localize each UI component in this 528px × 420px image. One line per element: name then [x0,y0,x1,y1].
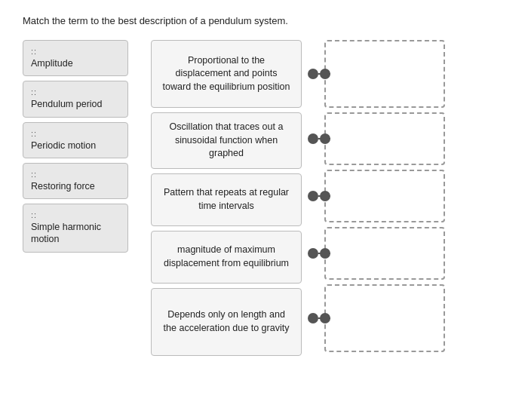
desc-card-1: Proportional to the displacement and poi… [151,40,302,108]
desc-card-5: Depends only on length and the accelerat… [151,288,302,356]
terms-column: :: Amplitude :: Pendulum period :: Perio… [23,40,128,253]
drop-zone-dot-5 [320,313,330,323]
drop-zone-dot-1 [320,69,330,79]
term-label-simple-harmonic-motion: Simple harmonic motion [31,221,120,246]
descriptions-column: Proportional to the displacement and poi… [151,40,302,356]
desc-card-3: Pattern that repeats at regular time int… [151,173,302,226]
term-card-simple-harmonic-motion[interactable]: :: Simple harmonic motion [23,204,128,253]
connector-slot-2 [308,112,318,165]
connector-slot-1 [308,40,318,108]
term-label-amplitude: Amplitude [31,57,73,69]
connector-slot-4 [308,227,318,280]
connector-slot-3 [308,170,318,222]
term-card-restoring-force[interactable]: :: Restoring force [23,163,128,199]
drag-icon-periodic-motion: :: [31,129,37,138]
drop-zone-2[interactable] [324,112,445,165]
dropzones-column [324,40,445,352]
term-card-periodic-motion[interactable]: :: Periodic motion [23,122,128,158]
term-card-amplitude[interactable]: :: Amplitude [23,40,128,76]
connector-dot-4 [308,248,318,259]
match-container: :: Amplitude :: Pendulum period :: Perio… [23,40,505,356]
drop-zone-dot-4 [320,248,330,259]
desc-text-5: Depends only on length and the accelerat… [161,308,292,335]
term-card-pendulum-period[interactable]: :: Pendulum period [23,81,128,117]
term-label-restoring-force: Restoring force [31,180,95,192]
drag-icon-simple-harmonic-motion: :: [31,210,37,219]
desc-text-1: Proportional to the displacement and poi… [161,54,292,94]
desc-text-4: magnitude of maximum displacement from e… [161,244,292,270]
drop-zone-1[interactable] [324,40,445,108]
connector-dot-1 [308,69,318,79]
drag-icon-pendulum-period: :: [31,87,37,97]
drop-zone-3[interactable] [324,170,445,222]
term-label-periodic-motion: Periodic motion [31,139,96,152]
connector-slot-5 [308,284,318,352]
desc-text-3: Pattern that repeats at regular time int… [161,186,292,213]
instruction-text: Match the term to the best description o… [23,15,505,26]
connector-dot-2 [308,133,318,144]
drop-zone-5[interactable] [324,284,445,352]
drag-icon-amplitude: :: [31,47,37,56]
desc-text-2: Oscillation that traces out a sinusoidal… [161,121,292,161]
connector-dot-5 [308,313,318,323]
connector-dot-3 [308,191,318,201]
drop-zone-dot-3 [320,191,330,201]
term-label-pendulum-period: Pendulum period [31,98,103,110]
drop-zone-4[interactable] [324,227,445,280]
drop-zone-dot-2 [320,133,330,144]
desc-card-4: magnitude of maximum displacement from e… [151,231,302,284]
drag-icon-restoring-force: :: [31,170,37,179]
desc-card-2: Oscillation that traces out a sinusoidal… [151,112,302,169]
